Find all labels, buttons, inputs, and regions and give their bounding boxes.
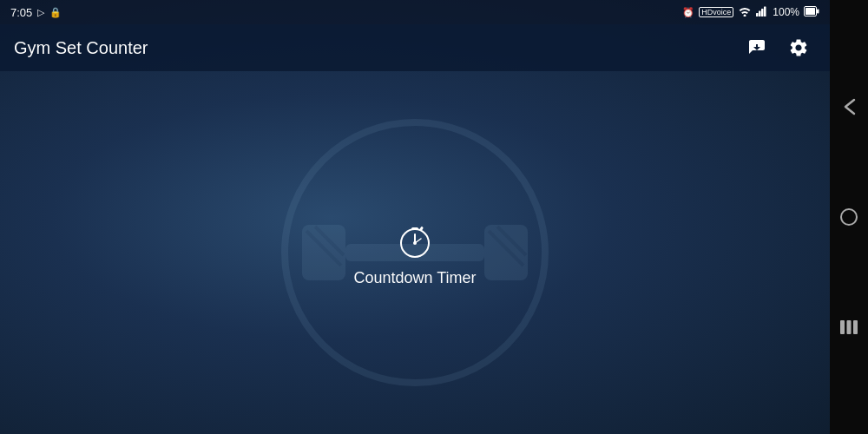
countdown-timer-label: Countdown Timer	[353, 269, 476, 287]
battery-icon	[804, 6, 819, 19]
svg-rect-3	[764, 6, 766, 16]
download-button[interactable]	[740, 30, 774, 65]
app-title: Gym Set Counter	[14, 38, 148, 58]
lock-icon: 🔒	[49, 7, 62, 18]
app-bar: Gym Set Counter	[0, 24, 830, 71]
svg-rect-26	[853, 320, 858, 334]
side-nav	[830, 0, 868, 434]
battery-level: 100%	[773, 6, 799, 18]
countdown-timer-button[interactable]: Countdown Timer	[353, 219, 476, 287]
svg-rect-0	[756, 13, 759, 16]
status-bar: 7:05 ▷ 🔒 ⏰ HDvoice 100%	[0, 0, 830, 24]
stopwatch-icon	[394, 219, 436, 260]
signal-icon	[756, 6, 768, 19]
settings-button[interactable]	[781, 30, 816, 65]
svg-rect-6	[817, 9, 819, 13]
wifi-icon	[738, 6, 752, 19]
svg-rect-23	[841, 209, 857, 225]
app-bar-actions	[740, 30, 816, 65]
status-left: 7:05 ▷ 🔒	[10, 6, 62, 19]
hd-voice-label: HDvoice	[699, 7, 733, 17]
alarm-icon: ⏰	[682, 7, 694, 18]
svg-rect-18	[411, 227, 418, 230]
recents-button[interactable]	[833, 312, 865, 343]
svg-rect-2	[761, 9, 764, 16]
svg-rect-25	[847, 320, 852, 334]
main-content: Countdown Timer	[0, 71, 830, 434]
back-button[interactable]	[833, 91, 865, 122]
home-button[interactable]	[833, 201, 865, 233]
svg-point-22	[413, 241, 417, 245]
status-time: 7:05	[10, 6, 32, 19]
task-icon: ▷	[37, 7, 44, 18]
svg-rect-24	[840, 320, 845, 334]
svg-rect-1	[759, 10, 761, 16]
screen: 7:05 ▷ 🔒 ⏰ HDvoice 100%	[0, 0, 830, 434]
status-right: ⏰ HDvoice 100%	[682, 6, 819, 19]
svg-rect-5	[806, 8, 815, 15]
